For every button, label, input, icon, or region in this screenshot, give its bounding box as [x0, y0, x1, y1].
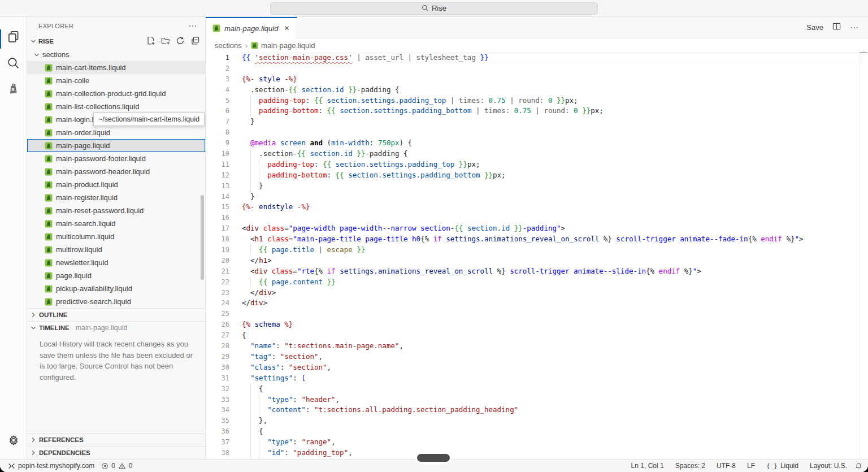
- shopify-view-icon[interactable]: S: [0, 76, 27, 102]
- code-line[interactable]: 30 "class": "section",: [206, 362, 868, 373]
- code-line[interactable]: 14 }: [206, 192, 868, 202]
- horizontal-scrollbar-thumb[interactable]: [417, 454, 450, 462]
- file-item[interactable]: main-product.liquid: [27, 178, 205, 191]
- status-encoding[interactable]: UTF-8: [713, 462, 739, 470]
- code-line[interactable]: 7 }: [206, 116, 868, 127]
- tab-main-page-liquid[interactable]: main-page.liquid ✕: [206, 17, 297, 38]
- file-item[interactable]: main-register.liquid: [27, 191, 205, 204]
- code-line[interactable]: 19 {{ page.title | escape }}: [206, 245, 868, 256]
- panel-timeline[interactable]: TIMELINE main-page.liquid: [27, 321, 205, 334]
- code-line[interactable]: 21 <div class="rte{% if settings.animati…: [206, 266, 868, 277]
- code-line[interactable]: 11 padding-top: {{ section.settings.padd…: [206, 159, 868, 170]
- status-indentation[interactable]: Spaces: 2: [672, 462, 709, 470]
- editor-scrollbar-thumb[interactable]: [860, 53, 867, 53]
- indent-guide: [259, 405, 267, 415]
- file-item[interactable]: pickup-availability.liquid: [27, 282, 205, 295]
- file-item[interactable]: page.liquid: [27, 269, 205, 282]
- explorer-more-actions[interactable]: ⋯: [188, 21, 197, 31]
- folder-item-sections[interactable]: sections: [27, 48, 205, 61]
- breadcrumb-folder[interactable]: sections: [215, 41, 242, 50]
- code-line[interactable]: 16: [206, 213, 868, 223]
- code-line[interactable]: 10 .section-{{ section.id }}-padding {: [206, 149, 868, 159]
- status-cursor-position[interactable]: Ln 1, Col 1: [628, 462, 667, 470]
- command-center[interactable]: Rise: [270, 2, 598, 15]
- refresh-button[interactable]: [176, 36, 185, 47]
- file-item[interactable]: multicolumn.liquid: [27, 230, 205, 243]
- code-line[interactable]: 8: [206, 127, 868, 138]
- close-icon[interactable]: ✕: [282, 23, 291, 33]
- code-line[interactable]: 33 "type": "header",: [206, 395, 868, 405]
- code-line[interactable]: 26{% schema %}: [206, 319, 868, 330]
- gear-icon: [7, 434, 20, 447]
- file-item[interactable]: main-password-footer.liquid: [27, 152, 205, 165]
- file-item[interactable]: newsletter.liquid: [27, 256, 205, 269]
- collapse-all-button[interactable]: [190, 36, 199, 47]
- code-line[interactable]: 15{%- endstyle -%}: [206, 202, 868, 213]
- project-section-header[interactable]: RISE: [27, 34, 205, 48]
- code-line[interactable]: 25: [206, 309, 868, 319]
- code-line[interactable]: 1{{ 'section-main-page.css' | asset_url …: [206, 53, 868, 63]
- code-line[interactable]: 29 "tag": "section",: [206, 352, 868, 362]
- code-line[interactable]: 2: [206, 63, 868, 74]
- code-line[interactable]: 31 "settings": [: [206, 373, 868, 384]
- file-item[interactable]: main-list-collections.liquid: [27, 100, 205, 113]
- file-item[interactable]: main-order.liquid: [27, 126, 205, 139]
- code-line[interactable]: 4 .section-{{ section.id }}-padding {: [206, 85, 868, 96]
- code-line[interactable]: 3{%- style -%}: [206, 74, 868, 85]
- file-item[interactable]: main-cart-items.liquid: [27, 61, 205, 74]
- file-item[interactable]: predictive-search.liquid: [27, 295, 205, 308]
- status-keyboard-layout[interactable]: Layout: U.S.: [806, 462, 850, 470]
- folder-name: sections: [42, 50, 70, 59]
- bell-icon[interactable]: [855, 462, 862, 470]
- code-line[interactable]: 24</div>: [206, 298, 868, 309]
- code-line[interactable]: 38 "id": "padding_top",: [206, 448, 868, 458]
- code-line[interactable]: 35 },: [206, 415, 868, 426]
- code-line[interactable]: 32 {: [206, 384, 868, 395]
- panel-references[interactable]: REFERENCES: [27, 433, 205, 446]
- code-line[interactable]: 6 padding-bottom: {{ section.settings.pa…: [206, 106, 868, 116]
- line-number: 11: [206, 159, 229, 170]
- new-folder-button[interactable]: [161, 36, 170, 47]
- new-file-button[interactable]: [146, 36, 155, 47]
- panel-outline[interactable]: OUTLINE: [27, 308, 205, 321]
- file-item[interactable]: main-page.liquid: [27, 139, 205, 152]
- file-item[interactable]: main-reset-password.liquid: [27, 204, 205, 217]
- code-line[interactable]: 9 @media screen and (min-width: 750px) {: [206, 138, 868, 149]
- file-item[interactable]: multirow.liquid: [27, 243, 205, 256]
- file-name: main-search.liquid: [56, 219, 116, 228]
- status-eol[interactable]: LF: [744, 462, 758, 470]
- sidebar-scrollbar-thumb[interactable]: [201, 195, 204, 280]
- file-item[interactable]: main-password-header.liquid: [27, 165, 205, 178]
- breadcrumb-file[interactable]: main-page.liquid: [251, 41, 315, 50]
- code-line[interactable]: 12 padding-bottom: {{ section.settings.p…: [206, 170, 868, 181]
- line-number: 34: [206, 405, 229, 415]
- file-item[interactable]: main-collection-product-grid.liquid: [27, 87, 205, 100]
- search-view-icon[interactable]: [0, 50, 27, 76]
- code-editor[interactable]: 1{{ 'section-main-page.css' | asset_url …: [206, 53, 868, 459]
- line-number: 35: [206, 415, 229, 426]
- split-editor-button[interactable]: [832, 22, 841, 33]
- code-line[interactable]: 20 </h1>: [206, 256, 868, 266]
- code-line[interactable]: 22 {{ page.content }}: [206, 277, 868, 288]
- save-button[interactable]: Save: [806, 23, 823, 32]
- problems-indicator[interactable]: 0 0: [98, 460, 136, 472]
- code-line[interactable]: 37 "type": "range",: [206, 437, 868, 448]
- explorer-view-icon[interactable]: [0, 24, 27, 50]
- status-language-mode[interactable]: { }Liquid: [763, 462, 802, 470]
- file-item[interactable]: main-search.liquid: [27, 217, 205, 230]
- code-line[interactable]: 5 padding-top: {{ section.settings.paddi…: [206, 96, 868, 106]
- code-line[interactable]: 27{: [206, 330, 868, 341]
- code-line[interactable]: 17<div class="page-width page-width--nar…: [206, 223, 868, 234]
- file-item[interactable]: main-colle: [27, 74, 205, 87]
- code-line[interactable]: 23 </div>: [206, 288, 868, 298]
- code-line[interactable]: 18 <h1 class="main-page-title page-title…: [206, 234, 868, 245]
- editor-more-actions[interactable]: ⋯: [850, 23, 859, 33]
- remote-host-indicator[interactable]: pepin-test.myshopify.com: [5, 460, 98, 472]
- search-icon: [422, 5, 429, 12]
- code-line[interactable]: 36 {: [206, 426, 868, 437]
- code-line[interactable]: 13 }: [206, 181, 868, 192]
- settings-gear-button[interactable]: [0, 427, 27, 453]
- code-line[interactable]: 34 "content": "t:sections.all.padding.se…: [206, 405, 868, 415]
- panel-dependencies[interactable]: DEPENDENCIES: [27, 446, 205, 459]
- code-line[interactable]: 28 "name": "t:sections.main-page.name",: [206, 341, 868, 352]
